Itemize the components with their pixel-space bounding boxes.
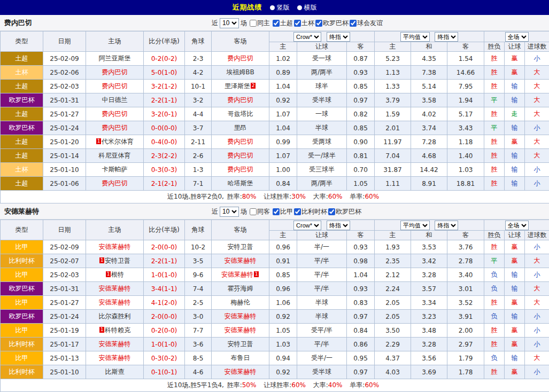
result-cell: 小 [525,324,549,338]
result-cell: 赢 [505,296,525,310]
recent-count-select[interactable]: 10 [220,207,239,217]
type-cell: 土超 [1,149,43,163]
odds-provider-select[interactable]: Crow* [293,221,321,230]
home-team-cell: 科尼亚体育 [86,149,144,163]
odds-cell: 受半球 [297,93,347,107]
odds-cell: 平/半 [297,338,347,351]
layout-option-label: 竖版 [277,3,290,12]
odds-stage-select[interactable]: 终指 [327,221,350,230]
result-cell: 平 [484,254,505,268]
league-checkbox[interactable] [328,208,335,215]
result-cell: 赢 [505,135,525,149]
league-filter[interactable]: 欧罗巴杯 [315,19,349,28]
away-team-cell: 哥兹塔比 [212,107,269,121]
euro-stage-select[interactable]: 终指 [435,221,458,230]
league-checkbox[interactable] [273,20,280,27]
match-row: 土超25-01-14科尼亚体育2-3(2-2)2-6费内巴切1.07受一/球半0… [1,149,549,163]
team-name: 阿兰亚斯堡 [99,54,131,62]
league-checkbox[interactable] [294,208,301,215]
league-checkbox[interactable] [315,20,322,27]
euro-stage-select[interactable]: 终指 [435,32,458,42]
team-name: 费内巴切 [102,110,128,117]
league-checkbox[interactable] [350,20,357,27]
result-cell: 负 [484,282,505,296]
stat-value: 60% [365,381,379,389]
odds-stage-select[interactable]: 终指 [327,32,350,42]
away-team-cell: 费内巴切 [212,135,269,149]
layout-option-horizontal[interactable]: 横版 [297,3,317,12]
col-header-score: 比分(半场) [144,220,185,240]
result-cell: 小 [525,52,549,66]
team-name: 科尼亚体育 [99,152,131,159]
away-team-cell: 安特卫普 [212,240,269,254]
league-filter-group: 比甲比利时杯欧罗巴杯 [272,207,361,216]
section-header: 费内巴切 近 10 场 同主 土超土杯欧罗巴杯球会友谊 [0,15,549,31]
odds-cell: 1.03 [269,338,297,351]
date-cell: 25-01-27 [43,107,86,121]
team-name: 安德莱赫特 [99,243,131,250]
score-cell: 2-2(1-1) [144,254,185,268]
result-cell: 输 [505,310,525,324]
team-name: 里泽斯堡 [225,82,250,90]
odds-cell: 5.17 [447,107,484,121]
type-cell: 比利时杯 [1,338,43,351]
type-cell: 比甲 [1,268,43,282]
league-checkbox[interactable] [273,208,280,215]
result-cell: 赢 [505,52,525,66]
date-cell: 25-01-13 [43,351,86,365]
euro-average-select[interactable]: 平均值 [400,221,430,230]
same-venue-filter[interactable]: 同主 [250,19,270,28]
away-team-cell: 埃祖姆BB [212,66,269,80]
team-name: 哥兹塔比 [228,110,253,117]
away-team-cell: 费内巴切 [212,163,269,177]
fulltime-select[interactable]: 全场 [505,221,529,230]
odds-provider-select[interactable]: Crow* [293,32,321,42]
score-cell: 0-3(0-2) [144,351,185,365]
odds-cell: 4.35 [411,52,447,66]
league-filter[interactable]: 土超 [273,19,293,28]
col-header-type: 类型 [1,220,43,240]
stat-value: 60% [328,193,343,200]
stat-value: 30% [291,193,306,200]
corner-cell: 2-11 [185,135,212,149]
result-cell: 赢 [505,324,525,338]
league-filter[interactable]: 比利时杯 [294,207,327,216]
same-venue-checkbox[interactable] [250,20,257,27]
odds-cell: 7.04 [375,149,411,163]
sub-header: 和 [411,42,447,52]
result-cell: 小 [525,268,549,282]
corner-cell: 2-6 [185,149,212,163]
result-cell: 负 [484,268,505,282]
odds-cell: 7.38 [411,66,447,80]
fulltime-select[interactable]: 全场 [505,32,529,42]
odds-cell: 球半 [297,80,347,93]
result-cell: 大 [525,296,549,310]
home-team-cell: 比斯查 [86,365,144,379]
league-filter[interactable]: 球会友谊 [350,19,383,28]
corner-cell: 4-6 [185,365,212,379]
odds-cell: 3.57 [411,282,447,296]
odds-cell: 半球 [297,310,347,324]
odds-cell: 受两球 [297,135,347,149]
result-cell: 大 [525,254,549,268]
odds-cell: 5.14 [411,80,447,93]
result-cell: 小 [525,177,549,191]
odds-group-euro: 平均值 终指 [375,220,484,231]
euro-average-select[interactable]: 平均值 [400,32,430,42]
recent-count-select[interactable]: 10 [220,18,239,28]
home-team-cell: 安德莱赫特 [86,296,144,310]
result-cell: 输 [505,351,525,365]
league-checkbox[interactable] [294,20,301,27]
same-venue-checkbox[interactable] [250,208,257,215]
same-venue-filter[interactable]: 同客 [250,207,270,216]
league-filter[interactable]: 欧罗巴杯 [328,207,361,216]
sub-header: 进球数 [525,231,549,240]
score-cell: 2-0(0-0) [144,310,185,324]
league-filter[interactable]: 比甲 [273,207,293,216]
stat-value: 40% [328,381,343,389]
odds-cell: 14.66 [447,66,484,80]
league-filter[interactable]: 土杯 [294,19,314,28]
team-name: 安特卫普 [228,243,253,250]
away-team-cell: 安德莱赫特 [212,254,269,268]
layout-option-vertical[interactable]: 竖版 [270,3,290,12]
